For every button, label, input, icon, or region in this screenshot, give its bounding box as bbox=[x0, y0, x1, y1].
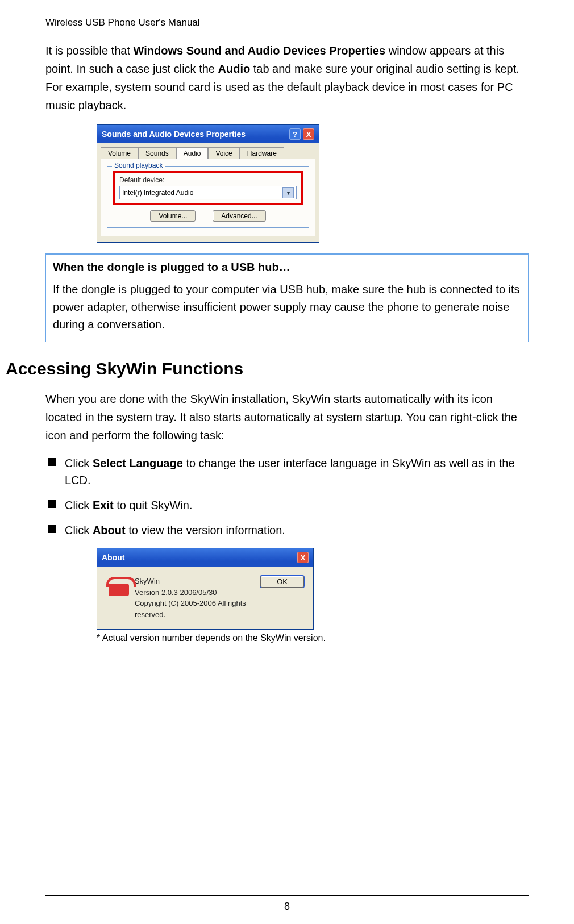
dialog-titlebar: Sounds and Audio Devices Properties ? X bbox=[97, 125, 319, 143]
chevron-down-icon[interactable]: ▾ bbox=[282, 187, 294, 198]
section-heading: Accessing SkyWin Functions bbox=[6, 359, 529, 378]
titlebar-help-button[interactable]: ? bbox=[289, 128, 301, 140]
list-item: Click Select Language to change the user… bbox=[45, 455, 529, 489]
dialog-titlebar: About X bbox=[97, 548, 313, 567]
about-text: SkyWin Version 2.0.3 2006/05/30 Copyrigh… bbox=[135, 576, 252, 620]
bold-text: Windows Sound and Audio Devices Properti… bbox=[134, 44, 386, 57]
footer-rule bbox=[45, 895, 529, 896]
header-rule bbox=[45, 31, 529, 31]
dialog-title: Sounds and Audio Devices Properties bbox=[102, 130, 246, 139]
list-item: Click Exit to quit SkyWin. bbox=[45, 497, 529, 514]
group-legend: Sound playback bbox=[112, 161, 165, 169]
text: Click bbox=[65, 524, 93, 536]
sound-playback-group: Sound playback Default device: Intel(r) … bbox=[107, 166, 309, 228]
sounds-and-audio-dialog: Sounds and Audio Devices Properties ? X … bbox=[97, 124, 319, 243]
default-device-label: Default device: bbox=[119, 176, 297, 184]
bold-text: Select Language bbox=[93, 457, 183, 469]
about-line3: Copyright (C) 2005-2006 All rights reser… bbox=[135, 598, 252, 620]
callout-body: If the dongle is plugged to your compute… bbox=[53, 281, 521, 334]
callout-title: When the dongle is plugged to a USB hub… bbox=[53, 261, 521, 274]
footnote: * Actual version number depends on the S… bbox=[97, 633, 529, 643]
bullet-list: Click Select Language to change the user… bbox=[45, 455, 529, 539]
about-line1: SkyWin bbox=[135, 576, 252, 587]
dialog-title: About bbox=[102, 553, 124, 562]
about-line2: Version 2.0.3 2006/05/30 bbox=[135, 587, 252, 598]
tab-panel-audio: Sound playback Default device: Intel(r) … bbox=[101, 159, 315, 236]
intro-paragraph: It is possible that Windows Sound and Au… bbox=[45, 41, 529, 114]
about-dialog: About X SkyWin Version 2.0.3 2006/05/30 … bbox=[97, 548, 314, 630]
ok-button[interactable]: OK bbox=[260, 576, 304, 588]
text: Click bbox=[65, 457, 93, 469]
text: to quit SkyWin. bbox=[114, 499, 193, 511]
bold-text: About bbox=[93, 524, 126, 536]
default-device-combo[interactable]: Intel(r) Integrated Audio ▾ bbox=[119, 186, 297, 199]
highlight-box: Default device: Intel(r) Integrated Audi… bbox=[113, 171, 303, 205]
advanced-button[interactable]: Advanced... bbox=[213, 210, 265, 222]
dialog-tabs: Volume Sounds Audio Voice Hardware bbox=[97, 143, 319, 159]
phone-icon bbox=[106, 576, 127, 596]
titlebar-close-button[interactable]: X bbox=[303, 128, 314, 140]
text: It is possible that bbox=[45, 44, 134, 57]
tab-hardware[interactable]: Hardware bbox=[240, 147, 284, 159]
bold-text: Audio bbox=[218, 63, 251, 75]
combo-value: Intel(r) Integrated Audio bbox=[122, 189, 193, 197]
page-number: 8 bbox=[0, 901, 574, 913]
tab-audio[interactable]: Audio bbox=[176, 147, 209, 159]
header-title: Wireless USB Phone User's Manual bbox=[45, 17, 529, 28]
list-item: Click About to view the version informat… bbox=[45, 522, 529, 539]
text: Click bbox=[65, 499, 93, 511]
usb-hub-callout: When the dongle is plugged to a USB hub…… bbox=[45, 253, 529, 342]
tab-volume[interactable]: Volume bbox=[101, 147, 138, 159]
tab-voice[interactable]: Voice bbox=[208, 147, 239, 159]
titlebar-close-button[interactable]: X bbox=[297, 552, 309, 563]
bold-text: Exit bbox=[93, 499, 114, 511]
volume-button[interactable]: Volume... bbox=[150, 210, 196, 222]
section-paragraph: When you are done with the SkyWin instal… bbox=[45, 390, 529, 444]
tab-sounds[interactable]: Sounds bbox=[138, 147, 176, 159]
text: to view the version information. bbox=[126, 524, 285, 536]
